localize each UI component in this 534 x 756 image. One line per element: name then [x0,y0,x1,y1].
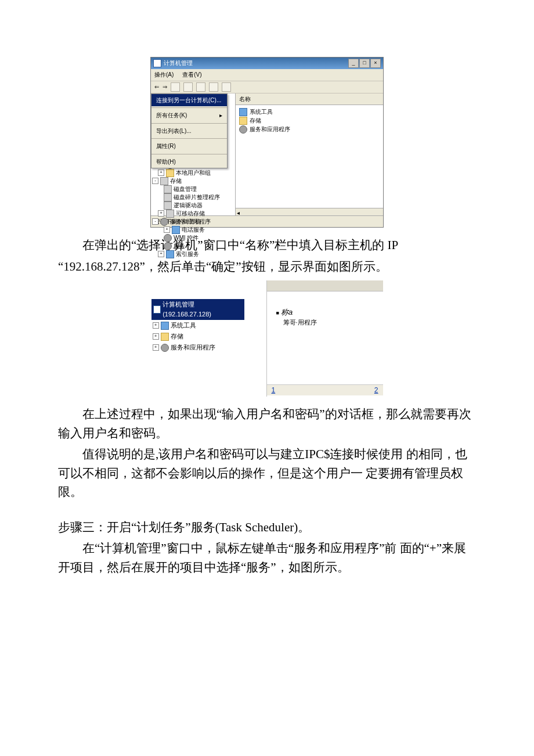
context-properties[interactable]: 属性(R) [151,140,227,153]
toolbar-button[interactable] [171,82,180,92]
context-export-list[interactable]: 导出列表(L)... [151,125,227,138]
tree-item[interactable]: +存储 [151,331,244,342]
pager: 1 2 [267,384,383,396]
column-header[interactable]: 名称 [236,93,383,106]
tree-item[interactable]: +电话服务 [152,226,235,234]
context-menu: 连接到另一台计算机(C)... 所有任务(K)▸ 导出列表(L)... 属性(R… [151,93,228,169]
tree-item[interactable]: 逻辑驱动器 [152,201,235,210]
tree-pane-remote: 计算机管理 (192.168.27.128) +系统工具 +存储 +服务和应用程… [151,280,244,353]
step-heading: 步骤三：开启“计划任务”服务(Task Scheduler)。 [58,518,476,537]
body-text: 在上述过程中，如果出现“输入用户名和密码”的对话框，那么就需要再次输入用户名和密… [58,405,476,442]
tree-item[interactable]: +本地用户和组 [152,169,235,177]
toolbar: ⇐ ⇒ [151,81,383,93]
tree-pane: 连接到另一台计算机(C)... 所有任务(K)▸ 导出列表(L)... 属性(R… [151,93,236,215]
toolbar-button[interactable] [222,82,231,92]
list-item[interactable]: 服务和应用程序 [239,125,380,134]
context-help[interactable]: 帮助(H) [151,156,227,168]
tree-item[interactable]: +服务和应用程序 [151,342,244,353]
page-prev-link[interactable]: 1 [272,385,276,396]
tree-item[interactable]: +可移动存储 [152,210,235,218]
nav-back-icon[interactable]: ⇐ [154,82,159,92]
tree-item[interactable]: 服务 [152,242,235,250]
list-pane: 名称 系统工具 存储 服务和应用程序 ◂ [236,93,383,215]
list-item[interactable]: 存储 [239,116,380,125]
tree-item[interactable]: -服务和应用程序 [152,218,235,226]
tree-root-remote[interactable]: 计算机管理 (192.168.27.128) [151,299,244,320]
menu-view[interactable]: 查看(V) [182,71,201,78]
nav-fwd-icon[interactable]: ⇒ [163,82,167,92]
computer-icon [153,59,161,67]
tree-item[interactable]: 磁盘碎片整理程序 [152,193,235,201]
toolbar-button[interactable] [209,82,218,92]
context-connect[interactable]: 连接到另一台计算机(C)... [151,94,227,107]
horizontal-scrollbar[interactable]: ◂ [236,208,383,215]
toolbar-button[interactable] [183,82,193,92]
body-text: 值得说明的是,该用户名和密码可以与建立IPC$连接时候使用 的相同，也可以不相同… [58,445,476,502]
window-titlebar: 计算机管理 _ □ × [151,57,383,69]
close-button[interactable]: × [370,59,381,68]
computer-icon [153,305,161,314]
tree-item[interactable]: +索引服务 [152,250,235,258]
context-all-tasks[interactable]: 所有任务(K)▸ [151,109,227,122]
maximize-button[interactable]: □ [359,59,370,68]
detail-title: ■ 称a [276,308,383,318]
toolbar-button[interactable] [196,82,205,92]
tree-item[interactable]: +系统工具 [151,320,244,331]
figure-1: 计算机管理 _ □ × 操作(A) 查看(V) ⇐ ⇒ [58,57,476,228]
window-title: 计算机管理 [164,59,193,68]
tree-item[interactable]: WMI 控件 [152,234,235,242]
menu-action[interactable]: 操作(A) [154,71,174,78]
computer-management-window: 计算机管理 _ □ × 操作(A) 查看(V) ⇐ ⇒ [150,57,384,228]
list-item[interactable]: 系统工具 [239,107,380,116]
body-text: “192.168.27.128”，然后单击“确定”按钮，显示界面如图所示。 [58,257,476,276]
pane-header-strip [267,280,383,291]
body-text: 在“计算机管理”窗口中，鼠标左键单击“服务和应用程序”前 面的“+”来展开项目，… [58,539,476,577]
minimize-button[interactable]: _ [348,59,359,68]
tree-item[interactable]: -存储 [152,177,235,185]
body-text: 在弹出的“选择计算机”窗口中“名称”栏中填入目标主机的 IP [58,236,476,255]
tree-item[interactable]: 磁盘管理 [152,185,235,193]
detail-pane: ■ 称a 筹哥·用程序 1 2 [266,280,383,397]
figure-2: 计算机管理 (192.168.27.128) +系统工具 +存储 +服务和应用程… [58,280,476,397]
detail-subtitle: 筹哥·用程序 [276,318,383,327]
menu-bar: 操作(A) 查看(V) [151,69,383,81]
page-next-link[interactable]: 2 [374,385,378,396]
